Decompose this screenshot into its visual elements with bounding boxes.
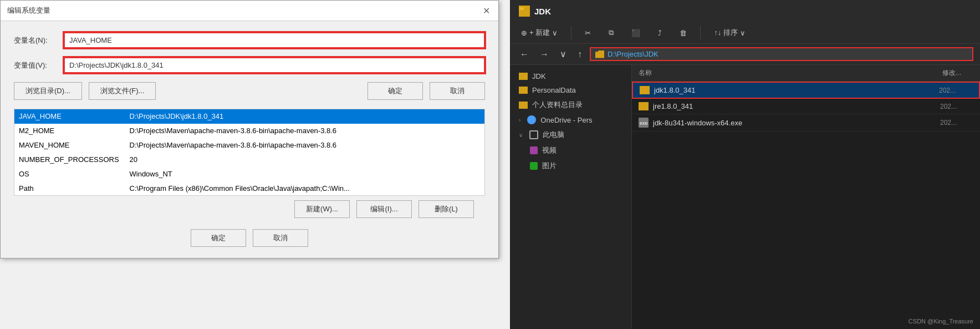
- file-date: 202...: [939, 87, 972, 94]
- file-date: 202...: [940, 103, 973, 110]
- svg-rect-1: [519, 7, 524, 10]
- explorer-main: 名称 修改... jdk1.8.0_341 202... jre1.8.0_34…: [632, 65, 980, 329]
- table-row[interactable]: OS Windows_NT: [14, 167, 485, 181]
- exe-icon: exe: [639, 118, 649, 128]
- video-icon: [530, 146, 538, 154]
- sidebar-item-personal-dir[interactable]: 个人资料总目录: [510, 97, 631, 113]
- share-button[interactable]: ⤴: [654, 27, 666, 39]
- watermark: CSDN @King_Treasure: [908, 318, 973, 325]
- chevron-down-icon: ∨: [519, 132, 523, 138]
- dialog-confirm-button[interactable]: 确定: [368, 82, 423, 100]
- image-icon: [530, 162, 538, 170]
- sidebar-item-onedrive[interactable]: › OneDrive - Pers: [510, 113, 631, 127]
- sidebar-item-images[interactable]: 图片: [510, 158, 631, 174]
- address-input-wrapper[interactable]: D:\Projects\JDK: [590, 47, 973, 61]
- sidebar-item-video[interactable]: 视频: [510, 143, 631, 158]
- dialog-title: 编辑系统变量: [7, 6, 50, 16]
- table-actions: 新建(W)... 编辑(I)... 删除(L): [14, 200, 485, 218]
- file-item-exe[interactable]: exe jdk-8u341-windows-x64.exe 202...: [632, 114, 980, 131]
- edit-dialog: 编辑系统变量 ✕ 变量名(N): 变量值(V): 浏览目录(D)... 浏览文件…: [0, 0, 499, 259]
- var-name-cell: M2_HOME: [14, 124, 125, 138]
- copy-button[interactable]: ⧉: [604, 26, 618, 39]
- bottom-cancel-button[interactable]: 取消: [253, 229, 308, 247]
- sort-button[interactable]: ↑↓ 排序 ∨: [710, 26, 750, 40]
- varvalue-input[interactable]: [64, 57, 485, 73]
- var-name-cell: JAVA_HOME: [14, 109, 125, 124]
- explorer-sidebar: JDK PersonalData 个人资料总目录 › OneDrive - Pe…: [510, 65, 632, 329]
- file-item-jre341[interactable]: jre1.8.0_341 202...: [632, 99, 980, 114]
- new-toolbar-button[interactable]: ⊕ + 新建 ∨: [517, 26, 562, 40]
- new-chevron: ∨: [552, 29, 558, 37]
- table-row[interactable]: Path C:\Program Files (x86)\Common Files…: [14, 181, 485, 196]
- dialog-body: 变量名(N): 变量值(V): 浏览目录(D)... 浏览文件(F)... 确定…: [1, 21, 498, 258]
- varname-row: 变量名(N):: [14, 32, 485, 48]
- browse-dir-button[interactable]: 浏览目录(D)...: [14, 82, 82, 100]
- sidebar-item-computer[interactable]: ∨ 此电脑: [510, 127, 631, 143]
- print-button[interactable]: ⬛: [627, 27, 645, 39]
- sidebar-item-jdk[interactable]: JDK: [510, 69, 631, 83]
- dropdown-button[interactable]: ∨: [557, 48, 570, 60]
- explorer-titlebar: JDK: [510, 0, 980, 22]
- print-icon: ⬛: [631, 29, 640, 37]
- sidebar-item-personaldata[interactable]: PersonalData: [510, 83, 631, 97]
- sidebar-label: 图片: [542, 161, 557, 171]
- file-list: jdk1.8.0_341 202... jre1.8.0_341 202... …: [632, 82, 980, 329]
- var-value-cell: C:\Program Files (x86)\Common Files\Orac…: [125, 181, 485, 196]
- table-row[interactable]: NUMBER_OF_PROCESSORS 20: [14, 153, 485, 167]
- address-bar: ← → ∨ ↑ D:\Projects\JDK: [510, 44, 980, 65]
- svg-text:exe: exe: [640, 120, 648, 126]
- varvalue-row: 变量值(V):: [14, 57, 485, 73]
- dialog-cancel-button[interactable]: 取消: [430, 82, 485, 100]
- sidebar-label: 此电脑: [543, 130, 564, 140]
- bottom-confirm-button[interactable]: 确定: [191, 229, 246, 247]
- back-button[interactable]: ←: [517, 48, 532, 60]
- table-row[interactable]: M2_HOME D:\Projects\Maven\apache-maven-3…: [14, 124, 485, 138]
- delete-toolbar-button[interactable]: 🗑: [675, 27, 691, 39]
- chevron-right-icon: ›: [519, 117, 520, 123]
- sidebar-label: 个人资料总目录: [532, 100, 583, 110]
- sort-label: ↑↓ 排序: [714, 28, 738, 38]
- variables-table: JAVA_HOME D:\Projects\JDK\jdk1.8.0_341 M…: [14, 109, 485, 196]
- var-name-cell: OS: [14, 167, 125, 181]
- sidebar-label: JDK: [532, 72, 546, 80]
- table-row[interactable]: MAVEN_HOME D:\Projects\Maven\apache-mave…: [14, 138, 485, 153]
- varname-label: 变量名(N):: [14, 36, 64, 45]
- new-button[interactable]: 新建(W)...: [294, 200, 350, 218]
- plus-icon: ⊕: [521, 29, 527, 37]
- var-value-cell: D:\Projects\Maven\apache-maven-3.8.6-bin…: [125, 124, 485, 138]
- up-button[interactable]: ↑: [574, 48, 585, 60]
- delete-button[interactable]: 删除(L): [418, 200, 474, 218]
- explorer-content: JDK PersonalData 个人资料总目录 › OneDrive - Pe…: [510, 65, 980, 329]
- name-header: 名称: [632, 67, 936, 79]
- table-row[interactable]: JAVA_HOME D:\Projects\JDK\jdk1.8.0_341: [14, 109, 485, 124]
- var-value-cell: D:\Projects\Maven\apache-maven-3.8.6-bin…: [125, 138, 485, 153]
- var-value-cell: D:\Projects\JDK\jdk1.8.0_341: [125, 109, 485, 124]
- browse-file-button[interactable]: 浏览文件(F)...: [89, 82, 156, 100]
- file-name: jre1.8.0_341: [653, 102, 936, 110]
- file-item-jdk341[interactable]: jdk1.8.0_341 202...: [632, 82, 980, 99]
- dialog-titlebar: 编辑系统变量 ✕: [1, 1, 498, 21]
- forward-button[interactable]: →: [537, 48, 552, 60]
- separator-2: [700, 26, 701, 39]
- cut-button[interactable]: ✂: [580, 27, 595, 39]
- edit-button[interactable]: 编辑(I)...: [356, 200, 412, 218]
- var-value-cell: 20: [125, 153, 485, 167]
- var-value-cell: Windows_NT: [125, 167, 485, 181]
- modified-header: 修改...: [936, 67, 980, 79]
- sort-chevron: ∨: [740, 29, 746, 37]
- file-name: jdk1.8.0_341: [654, 86, 935, 94]
- address-folder-icon: [595, 50, 604, 58]
- left-panel: 编辑系统变量 ✕ 变量名(N): 变量值(V): 浏览目录(D)... 浏览文件…: [0, 0, 510, 329]
- copy-icon: ⧉: [609, 28, 614, 37]
- cut-icon: ✂: [585, 29, 591, 37]
- explorer-title: JDK: [534, 7, 551, 16]
- file-name: jdk-8u341-windows-x64.exe: [653, 119, 936, 127]
- varname-input[interactable]: [64, 32, 485, 48]
- folder-icon: [519, 73, 528, 80]
- cloud-icon: [527, 115, 536, 124]
- sidebar-label: OneDrive - Pers: [540, 116, 592, 124]
- new-label: + 新建: [529, 28, 550, 38]
- var-name-cell: MAVEN_HOME: [14, 138, 125, 153]
- close-button[interactable]: ✕: [481, 5, 492, 16]
- folder-icon: [640, 86, 650, 94]
